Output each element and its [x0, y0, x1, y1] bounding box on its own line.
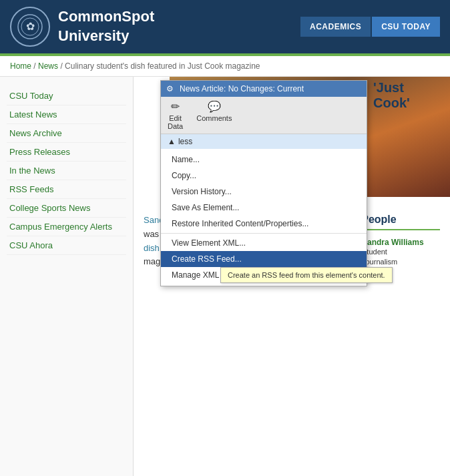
menu-item-version-history[interactable]: Version History...: [161, 184, 367, 200]
sidebar-item-college-sports[interactable]: College Sports News: [7, 199, 126, 218]
context-menu-popup: ⚙ News Article: No Changes: Current ✏ Ed…: [160, 80, 367, 286]
csu-today-nav-button[interactable]: CSU TODAY: [372, 17, 440, 37]
person-role-line2: Journalism: [362, 257, 424, 267]
menu-item-restore[interactable]: Restore Inherited Content/Properties...: [161, 216, 367, 232]
tooltip: Create an RSS feed from this element's c…: [220, 267, 393, 283]
sidebar-item-news-archive[interactable]: News Archive: [7, 124, 126, 143]
popup-toolbar: ✏ EditData 💬 Comments: [161, 97, 367, 134]
breadcrumb-current: Culinary student's dish featured in Just…: [65, 61, 260, 71]
breadcrumb-news[interactable]: News: [38, 61, 58, 71]
header-nav: ACADEMICS CSU TODAY: [300, 17, 440, 37]
menu-item-name[interactable]: Name...: [161, 152, 367, 168]
academics-nav-button[interactable]: ACADEMICS: [300, 17, 371, 37]
sidebar-item-campus-emergency[interactable]: Campus Emergency Alerts: [7, 218, 126, 236]
sidebar-item-latest-news[interactable]: Latest News: [7, 105, 126, 124]
popup-divider: [161, 233, 367, 234]
breadcrumb-home[interactable]: Home: [10, 61, 31, 71]
content-area: ⚙ News Article: No Changes: Current ✏ Ed…: [134, 77, 450, 476]
university-logo: ✿: [10, 7, 50, 47]
sidebar-item-press-releases[interactable]: Press Releases: [7, 143, 126, 162]
sidebar-item-in-the-news[interactable]: In the News: [7, 162, 126, 180]
sidebar: CSU Today Latest News News Archive Press…: [0, 77, 134, 476]
popup-menu: Name... Copy... Version History... Save …: [161, 149, 367, 286]
header-branding: ✿ CommonSpot University: [10, 7, 154, 47]
menu-item-save-as[interactable]: Save As Element...: [161, 200, 367, 216]
svg-text:✿: ✿: [26, 21, 35, 32]
sidebar-item-csu-ahora[interactable]: CSU Ahora: [7, 236, 126, 255]
pencil-icon: ✏: [171, 100, 180, 113]
popup-edit-label: EditData: [168, 114, 183, 130]
popup-section-toggle[interactable]: ▲ less: [161, 134, 367, 149]
sidebar-item-rss-feeds[interactable]: RSS Feeds: [7, 180, 126, 199]
popup-comments-button[interactable]: 💬 Comments: [196, 100, 232, 130]
popup-panel: ⚙ News Article: No Changes: Current ✏ Ed…: [160, 80, 367, 286]
collapse-icon: ▲: [168, 137, 176, 146]
main-content: CSU Today Latest News News Archive Press…: [0, 77, 450, 476]
sidebar-item-csu-today[interactable]: CSU Today: [7, 87, 126, 105]
gear-icon: ⚙: [166, 84, 176, 93]
popup-header-title: News Article: No Changes: Current: [180, 84, 304, 93]
person-role-line1: Student: [362, 247, 424, 257]
menu-item-copy[interactable]: Copy...: [161, 168, 367, 184]
page-header: ✿ CommonSpot University ACADEMICS CSU TO…: [0, 0, 450, 53]
popup-edit-button[interactable]: ✏ EditData: [168, 100, 183, 130]
dish-link[interactable]: dish: [144, 243, 160, 253]
popup-section-label: less: [178, 137, 192, 146]
article-title-fragment: 'Just Cook': [373, 80, 440, 111]
site-title: CommonSpot University: [58, 7, 154, 45]
menu-item-view-xml[interactable]: View Element XML...: [161, 235, 367, 251]
popup-comments-label: Comments: [196, 114, 232, 122]
person-name-link[interactable]: Sandra Williams: [362, 238, 424, 247]
comments-icon: 💬: [208, 100, 221, 113]
breadcrumb: Home / News / Culinary student's dish fe…: [0, 56, 450, 77]
menu-item-create-rss[interactable]: Create RSS Feed...: [161, 251, 367, 267]
popup-header: ⚙ News Article: No Changes: Current: [161, 81, 367, 97]
person-info: Sandra Williams Student Journalism: [362, 237, 424, 268]
